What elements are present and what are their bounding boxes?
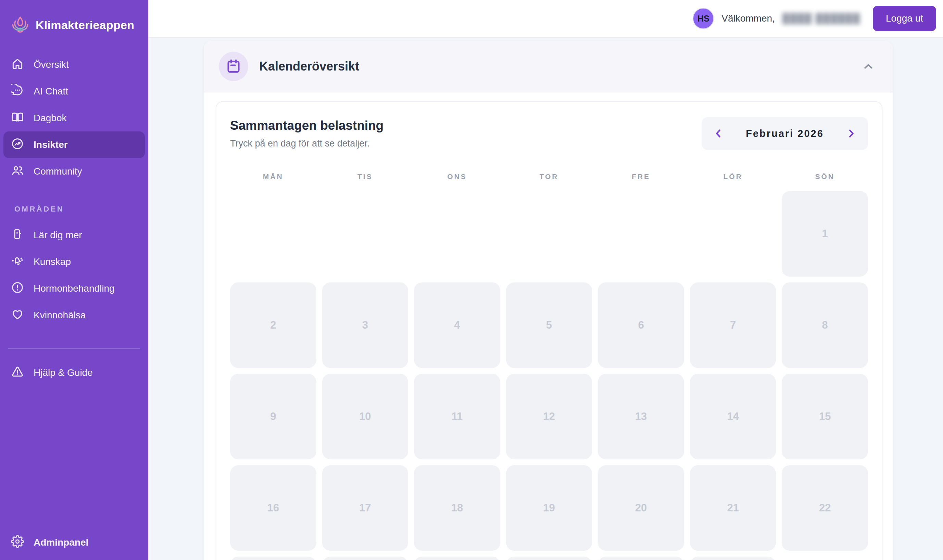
month-label: Februari 2026 [746, 128, 824, 139]
calendar-day-cell[interactable]: 25 [414, 557, 500, 560]
calendar-day-empty [506, 191, 592, 277]
sidebar-nav: Översikt AI Chatt [0, 51, 148, 185]
calendar-day-empty [690, 191, 776, 277]
calendar-day-cell[interactable]: 1 [782, 191, 868, 277]
weekday-label: ONS [414, 172, 500, 181]
sidebar-item-label: Kvinnohälsa [34, 310, 86, 321]
calendar-day-cell[interactable]: 5 [506, 282, 592, 368]
sidebar-item-oversikt[interactable]: Översikt [3, 51, 145, 78]
calendar-day-cell[interactable]: 9 [230, 374, 316, 459]
calendar-grid: 1234567891011121314151617181920212223242… [230, 191, 868, 560]
home-icon [11, 57, 24, 72]
sidebar-item-label: AI Chatt [34, 86, 68, 97]
load-calendar-card: Sammantagen belastning Tryck på en dag f… [216, 101, 882, 560]
calendar-day-cell[interactable]: 2 [230, 282, 316, 368]
avatar: HS [693, 8, 714, 29]
calendar-day-cell[interactable]: 28 [690, 557, 776, 560]
alert-triangle-icon [11, 365, 24, 381]
sidebar-section-omraden: OMRÅDEN [0, 185, 148, 222]
sidebar: Klimakterieappen Översikt [0, 0, 148, 560]
calendar-day-cell[interactable]: 10 [322, 374, 408, 459]
month-navigation: Februari 2026 [702, 117, 868, 150]
sidebar-item-hjalp-guide[interactable]: Hjälp & Guide [3, 359, 145, 386]
app-root: Klimakterieappen Översikt [0, 0, 943, 560]
panel-body: Sammantagen belastning Tryck på en dag f… [204, 92, 893, 560]
weekday-header-row: MÅN TIS ONS TOR FRE LÖR SÖN [230, 172, 868, 181]
calendar-day-cell[interactable]: 22 [782, 465, 868, 551]
sidebar-item-label: Hormonbehandling [34, 283, 115, 294]
sidebar-item-insikter[interactable]: Insikter [3, 131, 145, 158]
calendar-day-empty [230, 191, 316, 277]
sidebar-item-label: Hjälp & Guide [34, 367, 93, 378]
calendar-day-cell[interactable]: 27 [598, 557, 684, 560]
sidebar-item-label: Lär dig mer [34, 230, 82, 241]
logout-button[interactable]: Logga ut [873, 6, 936, 31]
sidebar-item-adminpanel[interactable]: Adminpanel [3, 529, 145, 556]
calendar-day-cell[interactable]: 11 [414, 374, 500, 459]
sidebar-divider [8, 348, 140, 349]
weekday-label: FRE [598, 172, 684, 181]
bell-icon [11, 254, 24, 270]
calendar-day-cell[interactable]: 15 [782, 374, 868, 459]
heart-icon [11, 308, 24, 323]
calendar-day-empty [598, 191, 684, 277]
calendar-day-cell[interactable]: 17 [322, 465, 408, 551]
sidebar-item-lar-dig-mer[interactable]: Lär dig mer [3, 222, 145, 249]
weekday-label: TIS [322, 172, 408, 181]
calendar-day-cell[interactable]: 24 [322, 557, 408, 560]
sidebar-item-label: Community [34, 166, 82, 177]
chevron-right-icon [845, 127, 858, 140]
calendar-icon-badge [219, 52, 248, 81]
chevron-left-icon [712, 127, 725, 140]
calendar-day-cell[interactable]: 19 [506, 465, 592, 551]
lotus-logo-icon [10, 14, 30, 36]
users-icon [11, 164, 24, 179]
sidebar-item-label: Dagbok [34, 112, 67, 123]
next-month-button[interactable] [843, 125, 860, 142]
sidebar-item-dagbok[interactable]: Dagbok [3, 105, 145, 131]
calendar-day-cell[interactable]: 26 [506, 557, 592, 560]
weekday-label: TOR [506, 172, 592, 181]
sidebar-areas: Lär dig mer Kunskap [0, 222, 148, 329]
calendar-day-cell[interactable]: 4 [414, 282, 500, 368]
calendar-icon [226, 58, 241, 74]
calendar-day-cell[interactable]: 21 [690, 465, 776, 551]
sidebar-item-label: Insikter [34, 139, 68, 150]
sidebar-item-community[interactable]: Community [3, 158, 145, 185]
calendar-day-cell[interactable]: 16 [230, 465, 316, 551]
book-icon [11, 111, 24, 126]
calendar-day-cell[interactable]: 3 [322, 282, 408, 368]
topbar: HS Välkommen, ████ ██████ Logga ut [148, 0, 943, 38]
calendar-day-cell[interactable]: 6 [598, 282, 684, 368]
calendar-day-empty [322, 191, 408, 277]
calendar-day-cell[interactable]: 8 [782, 282, 868, 368]
user-name-redacted: ████ ██████ [783, 13, 860, 24]
calendar-day-cell[interactable]: 20 [598, 465, 684, 551]
calendar-day-cell[interactable]: 12 [506, 374, 592, 459]
welcome-text: Välkommen, [721, 13, 775, 24]
sidebar-item-ai-chatt[interactable]: AI Chatt [3, 78, 145, 105]
collapse-panel-button[interactable] [859, 59, 878, 74]
calendar-overview-panel: Kalenderöversikt Sammantagen belastning … [204, 41, 893, 560]
calendar-day-cell[interactable]: 23 [230, 557, 316, 560]
sidebar-item-kvinnohalsa[interactable]: Kvinnohälsa [3, 302, 145, 329]
alert-circle-icon [11, 281, 24, 297]
weekday-label: LÖR [690, 172, 776, 181]
sidebar-item-hormonbehandling[interactable]: Hormonbehandling [3, 275, 145, 302]
calendar-day-cell[interactable]: 18 [414, 465, 500, 551]
chat-icon [11, 84, 24, 99]
sidebar-item-kunskap[interactable]: Kunskap [3, 249, 145, 275]
app-logo: Klimakterieappen [0, 0, 148, 51]
calendar-title: Sammantagen belastning [230, 118, 384, 133]
previous-month-button[interactable] [710, 125, 727, 142]
calendar-day-cell[interactable]: 14 [690, 374, 776, 459]
sidebar-item-label: Adminpanel [34, 537, 88, 548]
weekday-label: SÖN [782, 172, 868, 181]
panel-title: Kalenderöversikt [259, 59, 359, 74]
door-icon [11, 228, 24, 243]
calendar-day-cell[interactable]: 13 [598, 374, 684, 459]
sidebar-item-label: Kunskap [34, 256, 71, 267]
calendar-day-cell[interactable]: 7 [690, 282, 776, 368]
panel-header: Kalenderöversikt [204, 41, 893, 92]
gear-icon [11, 535, 24, 551]
